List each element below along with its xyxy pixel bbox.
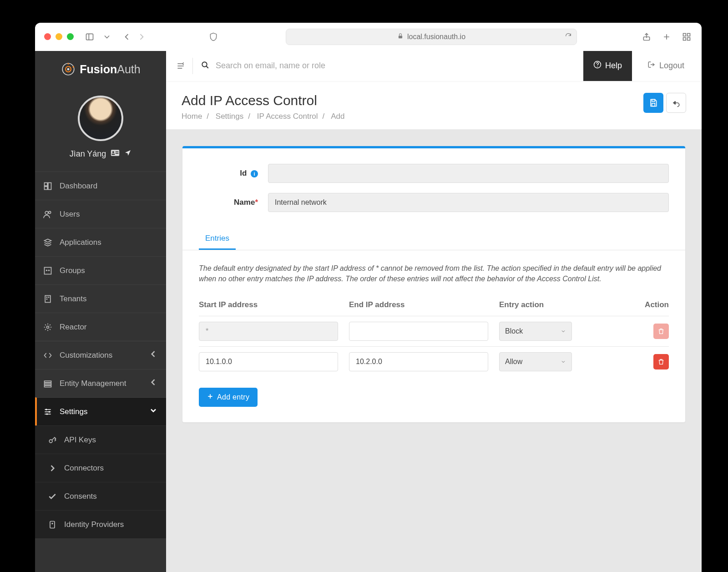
user-block: Jìan Yáng [35,87,166,172]
panel: Id i Name* Entries The default entry des… [182,146,685,422]
chevron-down-icon[interactable] [101,31,113,43]
svg-point-36 [46,413,48,415]
brand-logo-icon [61,61,76,77]
sidebar-item-users[interactable]: Users [35,200,166,228]
end-ip-input[interactable] [349,322,488,341]
svg-rect-7 [688,37,690,40]
collapse-sidebar-icon[interactable] [176,58,193,74]
sidebar-item-label: Applications [60,238,101,247]
delete-row-button [653,324,669,339]
sidebar-item-label: Settings [60,407,87,416]
table-row: Allow [199,347,669,377]
search-icon [201,61,209,71]
svg-rect-18 [45,182,48,186]
sidebar-sub-connectors[interactable]: Connectors [35,454,166,482]
save-button[interactable] [643,93,663,113]
svg-point-35 [49,411,50,412]
browser-window: local.fusionauth.io FusionAuth Jìan Yáng [35,23,702,572]
brand: FusionAuth [35,51,166,87]
tabs: Entries [182,228,685,250]
start-ip-input[interactable] [199,352,338,371]
add-entry-label: Add entry [217,393,249,401]
minimize-window-icon[interactable] [56,33,62,40]
svg-point-12 [67,68,70,70]
sidebar-sub-api-keys[interactable]: API Keys [35,425,166,454]
sidebar-item-label: Entity Management [60,379,126,388]
sidebar-item-customizations[interactable]: Customizations [35,341,166,369]
svg-rect-0 [86,34,93,40]
sidebar-toggle-icon[interactable] [84,31,96,43]
svg-rect-16 [116,152,119,152]
brand-text: FusionAuth [80,63,140,76]
shield-icon[interactable] [207,31,219,43]
crumb[interactable]: Home [182,112,202,121]
svg-rect-15 [112,154,115,155]
svg-point-21 [45,211,48,214]
trash-icon [657,328,665,335]
name-field[interactable] [268,193,669,212]
id-card-icon[interactable] [111,149,120,159]
end-ip-input[interactable] [349,352,488,371]
chevron-down-icon [149,406,158,417]
sidebar-item-groups[interactable]: Groups [35,256,166,284]
svg-rect-32 [45,383,51,385]
tab-entries[interactable]: Entries [199,228,236,250]
main: Help Logout Add IP Access Control Home/ … [166,51,702,572]
svg-point-37 [49,440,52,443]
window-controls [44,33,74,40]
sidebar-item-reactor[interactable]: Reactor [35,313,166,341]
id-field[interactable] [268,164,669,183]
add-entry-button[interactable]: Add entry [199,388,258,407]
name-label: Name* [199,198,258,207]
search-input[interactable] [216,61,389,71]
svg-rect-33 [45,385,51,387]
avatar[interactable] [78,96,123,141]
sidebar-sub-consents[interactable]: Consents [35,482,166,510]
svg-rect-28 [48,297,50,298]
delete-row-button[interactable] [653,354,669,370]
crumb: Add [331,112,344,121]
chevron-left-icon [149,349,158,361]
sidebar-item-applications[interactable]: Applications [35,228,166,256]
plus-icon[interactable] [661,31,672,43]
logout-button[interactable]: Logout [640,61,692,71]
back-button[interactable] [666,93,686,113]
table-row: Block [199,316,669,347]
sidebar-item-label: Tenants [60,294,87,304]
svg-point-42 [597,66,598,67]
sidebar-item-entity-management[interactable]: Entity Management [35,369,166,397]
user-name: Jìan Yáng [70,149,106,159]
crumb[interactable]: Settings [216,112,243,121]
svg-rect-31 [45,381,51,382]
info-icon[interactable]: i [251,170,258,177]
svg-point-34 [46,409,47,410]
th-action: Action [576,300,669,309]
svg-point-30 [47,326,49,328]
sidebar-sub-identity-providers[interactable]: Identity Providers [35,510,166,538]
browser-toolbar: local.fusionauth.io [35,23,702,51]
svg-point-24 [46,269,47,271]
refresh-icon[interactable] [565,32,572,41]
svg-rect-19 [48,182,51,189]
logout-label: Logout [659,61,684,71]
sidebar-item-dashboard[interactable]: Dashboard [35,172,166,200]
maximize-window-icon[interactable] [67,33,74,40]
close-window-icon[interactable] [44,33,51,40]
back-icon[interactable] [121,31,133,43]
svg-rect-43 [652,100,655,101]
share-icon[interactable] [641,31,652,43]
crumb[interactable]: IP Access Control [257,112,318,121]
sidebar-item-label: Consents [64,492,97,501]
th-end: End IP address [349,300,499,309]
url-bar[interactable]: local.fusionauth.io [286,29,577,45]
forward-icon[interactable] [136,31,147,43]
sidebar-item-settings[interactable]: Settings [35,397,166,425]
entry-action-select[interactable]: Block [499,322,572,341]
entry-action-select[interactable]: Allow [499,352,572,371]
sidebar-item-tenants[interactable]: Tenants [35,284,166,313]
location-arrow-icon[interactable] [124,149,131,159]
svg-rect-26 [45,295,51,302]
nav-list: Dashboard Users Applications Groups Tena… [35,172,166,538]
tabs-grid-icon[interactable] [681,31,693,43]
help-button[interactable]: Help [583,51,632,81]
